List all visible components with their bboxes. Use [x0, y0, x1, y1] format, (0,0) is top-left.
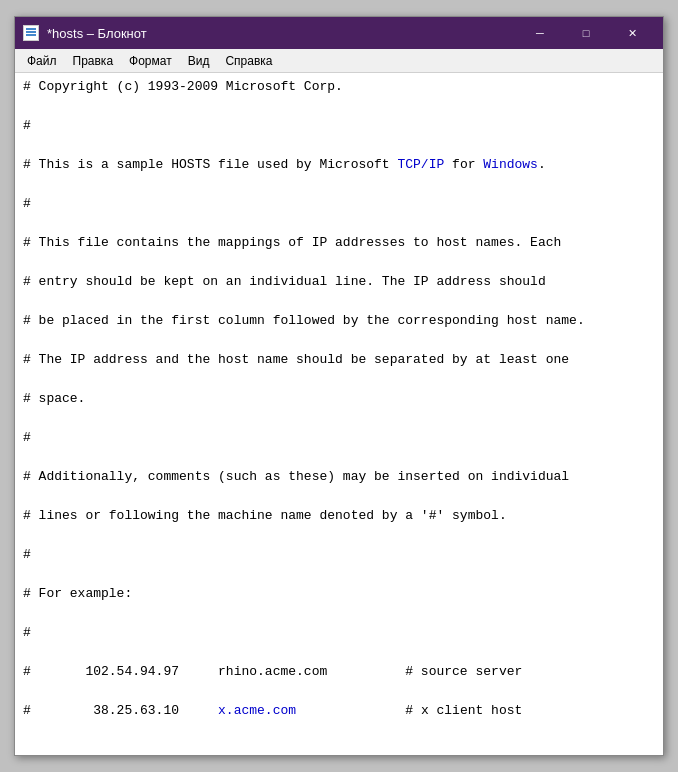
line-2: #: [23, 116, 655, 136]
line-8: # The IP address and the host name shoul…: [23, 350, 655, 370]
line-18: [23, 740, 655, 755]
line-10: #: [23, 428, 655, 448]
line-17: # 38.25.63.10 x.acme.com # x client host: [23, 701, 655, 721]
editor-content[interactable]: # Copyright (c) 1993-2009 Microsoft Corp…: [15, 73, 663, 755]
line-7: # be placed in the first column followed…: [23, 311, 655, 331]
titlebar: *hosts – Блокнот ─ □ ✕: [15, 17, 663, 49]
line-1: # Copyright (c) 1993-2009 Microsoft Corp…: [23, 77, 655, 97]
line-11: # Additionally, comments (such as these)…: [23, 467, 655, 487]
window-title: *hosts – Блокнот: [47, 26, 509, 41]
window-controls: ─ □ ✕: [517, 17, 655, 49]
line-15: #: [23, 623, 655, 643]
menu-help[interactable]: Справка: [217, 52, 280, 70]
menu-view[interactable]: Вид: [180, 52, 218, 70]
line-3: # This is a sample HOSTS file used by Mi…: [23, 155, 655, 175]
line-5: # This file contains the mappings of IP …: [23, 233, 655, 253]
menu-format[interactable]: Формат: [121, 52, 180, 70]
maximize-button[interactable]: □: [563, 17, 609, 49]
line-4: #: [23, 194, 655, 214]
line-14: # For example:: [23, 584, 655, 604]
line-16: # 102.54.94.97 rhino.acme.com # source s…: [23, 662, 655, 682]
line-12: # lines or following the machine name de…: [23, 506, 655, 526]
editor-area: # Copyright (c) 1993-2009 Microsoft Corp…: [15, 73, 663, 755]
menu-edit[interactable]: Правка: [65, 52, 122, 70]
line-9: # space.: [23, 389, 655, 409]
notepad-window: *hosts – Блокнот ─ □ ✕ Файл Правка Форма…: [14, 16, 664, 756]
close-button[interactable]: ✕: [609, 17, 655, 49]
minimize-button[interactable]: ─: [517, 17, 563, 49]
menu-file[interactable]: Файл: [19, 52, 65, 70]
menubar: Файл Правка Формат Вид Справка: [15, 49, 663, 73]
line-6: # entry should be kept on an individual …: [23, 272, 655, 292]
app-icon: [23, 25, 39, 41]
line-13: #: [23, 545, 655, 565]
